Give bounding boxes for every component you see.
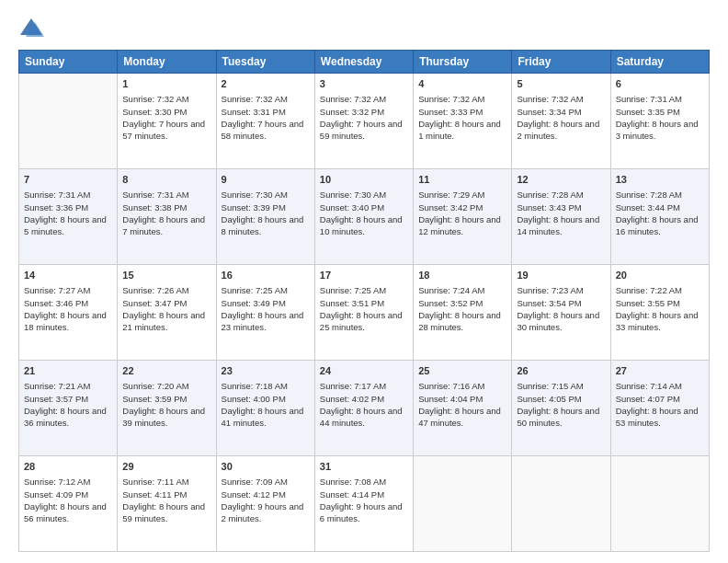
- date-number: 27: [616, 364, 704, 378]
- calendar-cell: 8Sunrise: 7:31 AMSunset: 3:38 PMDaylight…: [118, 169, 216, 265]
- cell-info: Sunrise: 7:28 AMSunset: 3:44 PMDaylight:…: [616, 190, 699, 236]
- calendar-cell: 11Sunrise: 7:29 AMSunset: 3:42 PMDayligh…: [414, 169, 512, 265]
- date-number: 15: [122, 269, 210, 282]
- calendar-header-row: SundayMondayTuesdayWednesdayThursdayFrid…: [19, 51, 710, 74]
- day-header-sunday: Sunday: [19, 51, 118, 74]
- calendar-cell: 23Sunrise: 7:18 AMSunset: 4:00 PMDayligh…: [216, 361, 314, 456]
- cell-info: Sunrise: 7:31 AMSunset: 3:35 PMDaylight:…: [616, 94, 699, 141]
- calendar-cell: 13Sunrise: 7:28 AMSunset: 3:44 PMDayligh…: [610, 169, 709, 265]
- day-header-thursday: Thursday: [414, 51, 512, 74]
- cell-info: Sunrise: 7:15 AMSunset: 4:05 PMDaylight:…: [517, 381, 599, 428]
- cell-info: Sunrise: 7:32 AMSunset: 3:31 PMDaylight:…: [222, 94, 304, 141]
- date-number: 22: [122, 364, 210, 378]
- calendar-cell: [512, 456, 610, 552]
- date-number: 28: [24, 460, 112, 474]
- cell-info: Sunrise: 7:27 AMSunset: 3:46 PMDaylight:…: [24, 285, 107, 332]
- calendar-week-row: 7Sunrise: 7:31 AMSunset: 3:36 PMDaylight…: [19, 169, 710, 265]
- date-number: 10: [320, 173, 408, 187]
- calendar-cell: 4Sunrise: 7:32 AMSunset: 3:33 PMDaylight…: [414, 74, 512, 169]
- calendar-week-row: 1Sunrise: 7:32 AMSunset: 3:30 PMDaylight…: [19, 74, 710, 169]
- calendar-cell: 20Sunrise: 7:22 AMSunset: 3:55 PMDayligh…: [610, 265, 709, 361]
- calendar-cell: 7Sunrise: 7:31 AMSunset: 3:36 PMDaylight…: [19, 169, 118, 265]
- cell-info: Sunrise: 7:32 AMSunset: 3:32 PMDaylight:…: [320, 94, 403, 141]
- date-number: 9: [222, 173, 310, 187]
- date-number: 31: [320, 460, 408, 474]
- date-number: 1: [122, 77, 210, 91]
- date-number: 2: [222, 77, 310, 91]
- cell-info: Sunrise: 7:16 AMSunset: 4:04 PMDaylight:…: [418, 381, 501, 428]
- date-number: 18: [418, 269, 506, 282]
- cell-info: Sunrise: 7:21 AMSunset: 3:57 PMDaylight:…: [24, 381, 107, 428]
- cell-info: Sunrise: 7:25 AMSunset: 3:49 PMDaylight:…: [222, 285, 304, 332]
- calendar-table: SundayMondayTuesdayWednesdayThursdayFrid…: [18, 50, 710, 552]
- calendar-cell: 27Sunrise: 7:14 AMSunset: 4:07 PMDayligh…: [610, 361, 709, 456]
- cell-info: Sunrise: 7:20 AMSunset: 3:59 PMDaylight:…: [122, 381, 205, 428]
- cell-info: Sunrise: 7:31 AMSunset: 3:36 PMDaylight:…: [24, 190, 107, 236]
- date-number: 19: [517, 269, 605, 282]
- calendar-cell: 19Sunrise: 7:23 AMSunset: 3:54 PMDayligh…: [512, 265, 610, 361]
- date-number: 5: [517, 77, 605, 91]
- calendar-cell: 17Sunrise: 7:25 AMSunset: 3:51 PMDayligh…: [314, 265, 413, 361]
- cell-info: Sunrise: 7:29 AMSunset: 3:42 PMDaylight:…: [418, 190, 501, 236]
- calendar-cell: 10Sunrise: 7:30 AMSunset: 3:40 PMDayligh…: [314, 169, 413, 265]
- calendar-cell: 12Sunrise: 7:28 AMSunset: 3:43 PMDayligh…: [512, 169, 610, 265]
- calendar-cell: [610, 456, 709, 552]
- calendar-cell: 2Sunrise: 7:32 AMSunset: 3:31 PMDaylight…: [216, 74, 314, 169]
- calendar-cell: [414, 456, 512, 552]
- date-number: 23: [222, 364, 310, 378]
- page: SundayMondayTuesdayWednesdayThursdayFrid…: [0, 0, 728, 563]
- day-header-friday: Friday: [512, 51, 610, 74]
- calendar-week-row: 21Sunrise: 7:21 AMSunset: 3:57 PMDayligh…: [19, 361, 710, 456]
- date-number: 21: [24, 364, 112, 378]
- date-number: 24: [320, 364, 408, 378]
- cell-info: Sunrise: 7:23 AMSunset: 3:54 PMDaylight:…: [517, 285, 599, 332]
- calendar-cell: [19, 74, 118, 169]
- cell-info: Sunrise: 7:08 AMSunset: 4:14 PMDaylight:…: [320, 477, 403, 523]
- date-number: 26: [517, 364, 605, 378]
- cell-info: Sunrise: 7:31 AMSunset: 3:38 PMDaylight:…: [122, 190, 205, 236]
- date-number: 16: [222, 269, 310, 282]
- cell-info: Sunrise: 7:17 AMSunset: 4:02 PMDaylight:…: [320, 381, 403, 428]
- cell-info: Sunrise: 7:30 AMSunset: 3:39 PMDaylight:…: [222, 190, 304, 236]
- calendar-cell: 21Sunrise: 7:21 AMSunset: 3:57 PMDayligh…: [19, 361, 118, 456]
- cell-info: Sunrise: 7:22 AMSunset: 3:55 PMDaylight:…: [616, 285, 699, 332]
- date-number: 30: [222, 460, 310, 474]
- date-number: 7: [24, 173, 112, 187]
- calendar-cell: 30Sunrise: 7:09 AMSunset: 4:12 PMDayligh…: [216, 456, 314, 552]
- calendar-cell: 25Sunrise: 7:16 AMSunset: 4:04 PMDayligh…: [414, 361, 512, 456]
- date-number: 3: [320, 77, 408, 91]
- date-number: 20: [616, 269, 704, 282]
- calendar-cell: 15Sunrise: 7:26 AMSunset: 3:47 PMDayligh…: [118, 265, 216, 361]
- day-header-monday: Monday: [118, 51, 216, 74]
- cell-info: Sunrise: 7:25 AMSunset: 3:51 PMDaylight:…: [320, 285, 403, 332]
- date-number: 8: [122, 173, 210, 187]
- calendar-cell: 22Sunrise: 7:20 AMSunset: 3:59 PMDayligh…: [118, 361, 216, 456]
- calendar-cell: 18Sunrise: 7:24 AMSunset: 3:52 PMDayligh…: [414, 265, 512, 361]
- day-header-tuesday: Tuesday: [216, 51, 314, 74]
- cell-info: Sunrise: 7:12 AMSunset: 4:09 PMDaylight:…: [24, 477, 107, 523]
- date-number: 25: [418, 364, 506, 378]
- calendar-cell: 5Sunrise: 7:32 AMSunset: 3:34 PMDaylight…: [512, 74, 610, 169]
- cell-info: Sunrise: 7:09 AMSunset: 4:12 PMDaylight:…: [222, 477, 304, 523]
- logo-icon: [18, 15, 44, 40]
- cell-info: Sunrise: 7:28 AMSunset: 3:43 PMDaylight:…: [517, 190, 599, 236]
- day-header-wednesday: Wednesday: [314, 51, 413, 74]
- cell-info: Sunrise: 7:32 AMSunset: 3:30 PMDaylight:…: [122, 94, 205, 141]
- calendar-cell: 28Sunrise: 7:12 AMSunset: 4:09 PMDayligh…: [19, 456, 118, 552]
- calendar-cell: 1Sunrise: 7:32 AMSunset: 3:30 PMDaylight…: [118, 74, 216, 169]
- cell-info: Sunrise: 7:32 AMSunset: 3:33 PMDaylight:…: [418, 94, 501, 141]
- date-number: 29: [122, 460, 210, 474]
- cell-info: Sunrise: 7:30 AMSunset: 3:40 PMDaylight:…: [320, 190, 403, 236]
- calendar-cell: 24Sunrise: 7:17 AMSunset: 4:02 PMDayligh…: [314, 361, 413, 456]
- date-number: 6: [616, 77, 704, 91]
- day-header-saturday: Saturday: [610, 51, 709, 74]
- date-number: 11: [418, 173, 506, 187]
- calendar-cell: 14Sunrise: 7:27 AMSunset: 3:46 PMDayligh…: [19, 265, 118, 361]
- calendar-week-row: 14Sunrise: 7:27 AMSunset: 3:46 PMDayligh…: [19, 265, 710, 361]
- cell-info: Sunrise: 7:24 AMSunset: 3:52 PMDaylight:…: [418, 285, 501, 332]
- calendar-week-row: 28Sunrise: 7:12 AMSunset: 4:09 PMDayligh…: [19, 456, 710, 552]
- calendar-cell: 9Sunrise: 7:30 AMSunset: 3:39 PMDaylight…: [216, 169, 314, 265]
- date-number: 12: [517, 173, 605, 187]
- date-number: 14: [24, 269, 112, 282]
- cell-info: Sunrise: 7:14 AMSunset: 4:07 PMDaylight:…: [616, 381, 699, 428]
